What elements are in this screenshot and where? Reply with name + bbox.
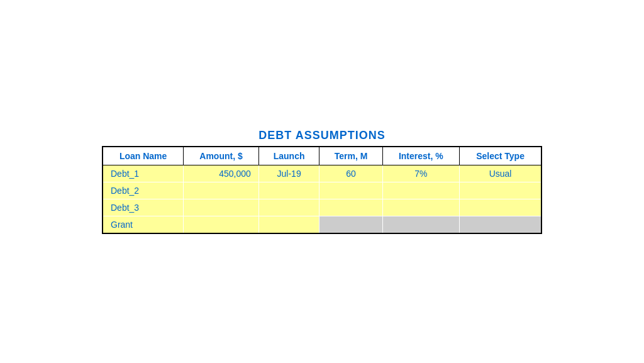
col-header-amount: Amount, $ [184, 147, 259, 165]
cell-debt-3-col1[interactable] [184, 199, 259, 216]
cell-debt-3-col2[interactable] [258, 199, 319, 216]
cell-debt-2-col0: Debt_2 [103, 182, 184, 199]
cell-debt-3-col5[interactable] [460, 199, 541, 216]
cell-grant-col4[interactable] [382, 216, 459, 234]
table-row-debt-1: Debt_1450,000Jul-19607%Usual [103, 165, 541, 182]
cell-debt-2-col1[interactable] [184, 182, 259, 199]
cell-grant-col5[interactable] [460, 216, 541, 234]
cell-debt-1-col2[interactable]: Jul-19 [258, 165, 319, 182]
cell-debt-2-col2[interactable] [258, 182, 319, 199]
main-container: DEBT ASSUMPTIONS Loan NameAmount, $Launc… [102, 129, 542, 234]
col-header-launch: Launch [258, 147, 319, 165]
table-body: Debt_1450,000Jul-19607%UsualDebt_2Debt_3… [103, 165, 541, 234]
table-row-debt-3: Debt_3 [103, 199, 541, 216]
cell-debt-3-col3[interactable] [319, 199, 382, 216]
table-header-row: Loan NameAmount, $LaunchTerm, MInterest,… [103, 147, 541, 165]
col-header-interest: Interest, % [382, 147, 459, 165]
cell-debt-1-col4[interactable]: 7% [382, 165, 459, 182]
table-row-grant: Grant [103, 216, 541, 234]
cell-debt-1-col3[interactable]: 60 [319, 165, 382, 182]
col-header-select-type: Select Type [460, 147, 541, 165]
cell-debt-2-col3[interactable] [319, 182, 382, 199]
cell-debt-3-col4[interactable] [382, 199, 459, 216]
cell-debt-1-col1[interactable]: 450,000 [184, 165, 259, 182]
cell-grant-col2[interactable] [258, 216, 319, 234]
debt-assumptions-table: Loan NameAmount, $LaunchTerm, MInterest,… [102, 146, 542, 234]
cell-debt-3-col0: Debt_3 [103, 199, 184, 216]
table-title: DEBT ASSUMPTIONS [258, 129, 385, 142]
cell-debt-2-col5[interactable] [460, 182, 541, 199]
col-header-loan-name: Loan Name [103, 147, 184, 165]
cell-debt-1-col0: Debt_1 [103, 165, 184, 182]
cell-debt-1-col5[interactable]: Usual [460, 165, 541, 182]
cell-grant-col3[interactable] [319, 216, 382, 234]
cell-debt-2-col4[interactable] [382, 182, 459, 199]
col-header-term: Term, M [319, 147, 382, 165]
cell-grant-col0: Grant [103, 216, 184, 234]
table-row-debt-2: Debt_2 [103, 182, 541, 199]
cell-grant-col1[interactable] [184, 216, 259, 234]
